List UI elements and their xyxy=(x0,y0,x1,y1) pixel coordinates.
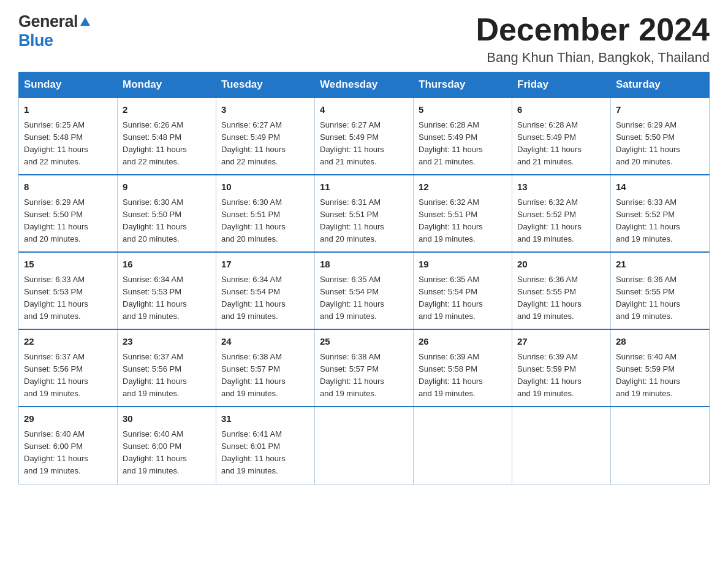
logo-general-text: General xyxy=(18,12,78,31)
calendar-cell xyxy=(414,407,512,484)
day-number: 27 xyxy=(517,335,605,349)
calendar-cell: 22Sunrise: 6:37 AMSunset: 5:56 PMDayligh… xyxy=(19,329,118,407)
calendar-cell: 31Sunrise: 6:41 AMSunset: 6:01 PMDayligh… xyxy=(216,407,315,484)
day-of-week-header: Thursday xyxy=(414,72,512,98)
calendar-cell: 19Sunrise: 6:35 AMSunset: 5:54 PMDayligh… xyxy=(414,252,512,329)
day-number: 25 xyxy=(320,335,408,349)
calendar-cell: 26Sunrise: 6:39 AMSunset: 5:58 PMDayligh… xyxy=(414,329,512,407)
day-number: 1 xyxy=(24,103,112,117)
calendar-cell: 14Sunrise: 6:33 AMSunset: 5:52 PMDayligh… xyxy=(611,175,710,252)
day-info: Sunrise: 6:32 AMSunset: 5:51 PMDaylight:… xyxy=(419,196,507,246)
day-number: 26 xyxy=(419,335,507,349)
calendar-cell: 30Sunrise: 6:40 AMSunset: 6:00 PMDayligh… xyxy=(118,407,216,484)
calendar-cell: 21Sunrise: 6:36 AMSunset: 5:55 PMDayligh… xyxy=(611,252,710,329)
calendar-week-row: 15Sunrise: 6:33 AMSunset: 5:53 PMDayligh… xyxy=(19,252,710,329)
day-number: 31 xyxy=(221,412,309,426)
day-info: Sunrise: 6:30 AMSunset: 5:51 PMDaylight:… xyxy=(221,196,309,246)
calendar-cell: 5Sunrise: 6:28 AMSunset: 5:49 PMDaylight… xyxy=(414,98,512,175)
day-number: 24 xyxy=(221,335,309,349)
calendar-cell xyxy=(512,407,611,484)
calendar-cell: 27Sunrise: 6:39 AMSunset: 5:59 PMDayligh… xyxy=(512,329,611,407)
day-number: 15 xyxy=(24,258,112,272)
calendar-cell: 28Sunrise: 6:40 AMSunset: 5:59 PMDayligh… xyxy=(611,329,710,407)
calendar-cell: 20Sunrise: 6:36 AMSunset: 5:55 PMDayligh… xyxy=(512,252,611,329)
day-info: Sunrise: 6:40 AMSunset: 6:00 PMDaylight:… xyxy=(24,428,112,478)
day-info: Sunrise: 6:39 AMSunset: 5:58 PMDaylight:… xyxy=(419,351,507,400)
day-number: 16 xyxy=(123,258,211,272)
day-of-week-header: Tuesday xyxy=(216,72,315,98)
day-number: 8 xyxy=(24,180,112,194)
calendar-cell: 16Sunrise: 6:34 AMSunset: 5:53 PMDayligh… xyxy=(118,252,216,329)
day-number: 21 xyxy=(616,258,704,272)
day-number: 19 xyxy=(419,258,507,272)
logo-blue-text: Blue xyxy=(18,31,53,50)
day-number: 22 xyxy=(24,335,112,349)
day-of-week-header: Friday xyxy=(512,72,611,98)
day-of-week-header: Sunday xyxy=(19,72,118,98)
day-number: 17 xyxy=(221,258,309,272)
calendar-cell: 23Sunrise: 6:37 AMSunset: 5:56 PMDayligh… xyxy=(118,329,216,407)
calendar-header-row: SundayMondayTuesdayWednesdayThursdayFrid… xyxy=(19,72,710,98)
calendar-cell: 24Sunrise: 6:38 AMSunset: 5:57 PMDayligh… xyxy=(216,329,315,407)
day-of-week-header: Wednesday xyxy=(315,72,414,98)
day-number: 3 xyxy=(221,103,309,117)
svg-marker-0 xyxy=(80,17,90,26)
day-number: 10 xyxy=(221,180,309,194)
day-number: 23 xyxy=(123,335,211,349)
calendar-subtitle: Bang Khun Thian, Bangkok, Thailand xyxy=(476,50,710,66)
calendar-cell: 1Sunrise: 6:25 AMSunset: 5:48 PMDaylight… xyxy=(19,98,118,175)
calendar-cell: 2Sunrise: 6:26 AMSunset: 5:48 PMDaylight… xyxy=(118,98,216,175)
page-header: General Blue December 2024 Bang Khun Thi… xyxy=(18,12,710,66)
calendar-cell: 18Sunrise: 6:35 AMSunset: 5:54 PMDayligh… xyxy=(315,252,414,329)
title-block: December 2024 Bang Khun Thian, Bangkok, … xyxy=(476,12,710,66)
day-info: Sunrise: 6:37 AMSunset: 5:56 PMDaylight:… xyxy=(24,351,112,400)
logo: General Blue xyxy=(18,12,91,50)
day-info: Sunrise: 6:28 AMSunset: 5:49 PMDaylight:… xyxy=(517,119,605,169)
day-number: 29 xyxy=(24,412,112,426)
day-number: 2 xyxy=(123,103,211,117)
day-of-week-header: Monday xyxy=(118,72,216,98)
calendar-cell: 7Sunrise: 6:29 AMSunset: 5:50 PMDaylight… xyxy=(611,98,710,175)
calendar-cell: 6Sunrise: 6:28 AMSunset: 5:49 PMDaylight… xyxy=(512,98,611,175)
day-info: Sunrise: 6:40 AMSunset: 6:00 PMDaylight:… xyxy=(123,428,211,478)
calendar-title: December 2024 xyxy=(476,12,710,47)
calendar-cell: 10Sunrise: 6:30 AMSunset: 5:51 PMDayligh… xyxy=(216,175,315,252)
day-number: 11 xyxy=(320,180,408,194)
day-info: Sunrise: 6:35 AMSunset: 5:54 PMDaylight:… xyxy=(419,274,507,323)
day-number: 28 xyxy=(616,335,704,349)
day-info: Sunrise: 6:28 AMSunset: 5:49 PMDaylight:… xyxy=(419,119,507,169)
calendar-week-row: 1Sunrise: 6:25 AMSunset: 5:48 PMDaylight… xyxy=(19,98,710,175)
day-of-week-header: Saturday xyxy=(611,72,710,98)
calendar-table: SundayMondayTuesdayWednesdayThursdayFrid… xyxy=(18,72,710,484)
calendar-week-row: 29Sunrise: 6:40 AMSunset: 6:00 PMDayligh… xyxy=(19,407,710,484)
calendar-cell: 13Sunrise: 6:32 AMSunset: 5:52 PMDayligh… xyxy=(512,175,611,252)
day-info: Sunrise: 6:26 AMSunset: 5:48 PMDaylight:… xyxy=(123,119,211,169)
day-info: Sunrise: 6:38 AMSunset: 5:57 PMDaylight:… xyxy=(320,351,408,400)
day-number: 6 xyxy=(517,103,605,117)
day-info: Sunrise: 6:29 AMSunset: 5:50 PMDaylight:… xyxy=(616,119,704,169)
day-number: 30 xyxy=(123,412,211,426)
calendar-cell: 4Sunrise: 6:27 AMSunset: 5:49 PMDaylight… xyxy=(315,98,414,175)
calendar-cell: 29Sunrise: 6:40 AMSunset: 6:00 PMDayligh… xyxy=(19,407,118,484)
day-number: 18 xyxy=(320,258,408,272)
day-info: Sunrise: 6:34 AMSunset: 5:53 PMDaylight:… xyxy=(123,274,211,323)
calendar-cell xyxy=(611,407,710,484)
day-number: 7 xyxy=(616,103,704,117)
calendar-cell xyxy=(315,407,414,484)
calendar-cell: 11Sunrise: 6:31 AMSunset: 5:51 PMDayligh… xyxy=(315,175,414,252)
calendar-cell: 12Sunrise: 6:32 AMSunset: 5:51 PMDayligh… xyxy=(414,175,512,252)
calendar-week-row: 8Sunrise: 6:29 AMSunset: 5:50 PMDaylight… xyxy=(19,175,710,252)
day-info: Sunrise: 6:27 AMSunset: 5:49 PMDaylight:… xyxy=(221,119,309,169)
day-info: Sunrise: 6:31 AMSunset: 5:51 PMDaylight:… xyxy=(320,196,408,246)
day-info: Sunrise: 6:36 AMSunset: 5:55 PMDaylight:… xyxy=(616,274,704,323)
calendar-cell: 3Sunrise: 6:27 AMSunset: 5:49 PMDaylight… xyxy=(216,98,315,175)
day-info: Sunrise: 6:29 AMSunset: 5:50 PMDaylight:… xyxy=(24,196,112,246)
day-number: 4 xyxy=(320,103,408,117)
day-info: Sunrise: 6:25 AMSunset: 5:48 PMDaylight:… xyxy=(24,119,112,169)
calendar-cell: 17Sunrise: 6:34 AMSunset: 5:54 PMDayligh… xyxy=(216,252,315,329)
calendar-cell: 15Sunrise: 6:33 AMSunset: 5:53 PMDayligh… xyxy=(19,252,118,329)
day-number: 9 xyxy=(123,180,211,194)
day-info: Sunrise: 6:40 AMSunset: 5:59 PMDaylight:… xyxy=(616,351,704,400)
day-info: Sunrise: 6:41 AMSunset: 6:01 PMDaylight:… xyxy=(221,428,309,478)
logo-triangle-icon xyxy=(80,16,91,29)
